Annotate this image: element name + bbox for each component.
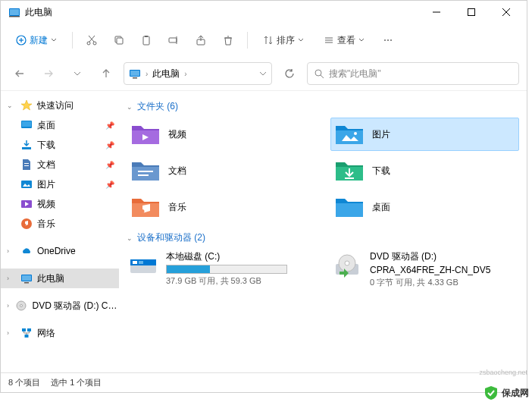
section-title: 设备和驱动器 (2)	[137, 231, 205, 244]
search-input[interactable]: 搜索"此电脑"	[307, 62, 519, 85]
copy-icon	[113, 34, 125, 46]
sidebar-onedrive[interactable]: › OneDrive	[1, 241, 119, 261]
window-controls	[419, 1, 524, 24]
drive-d[interactable]: DVD 驱动器 (D:) CPRA_X64FRE_ZH-CN_DV5 0 字节 …	[330, 249, 519, 290]
drives-section-header[interactable]: ⌄ 设备和驱动器 (2)	[127, 231, 519, 244]
folder-videos[interactable]: 视频	[127, 118, 315, 151]
svg-rect-2	[9, 16, 20, 17]
svg-rect-50	[138, 174, 149, 176]
network-icon	[20, 327, 33, 339]
folders-section-header[interactable]: ⌄ 文件夹 (6)	[127, 100, 519, 113]
chevron-down-icon[interactable]	[259, 70, 267, 77]
sort-button[interactable]: 排序	[255, 30, 311, 51]
folder-music[interactable]: 音乐	[127, 190, 315, 224]
pin-icon: 📌	[105, 161, 114, 169]
sidebar-documents[interactable]: 文档 📌	[1, 155, 119, 174]
svg-rect-29	[133, 77, 137, 79]
download-icon	[20, 139, 33, 151]
pin-icon: 📌	[105, 141, 114, 149]
drive-name: 本地磁盘 (C:)	[166, 250, 314, 263]
svg-point-30	[315, 70, 321, 76]
search-icon	[314, 68, 324, 79]
folder-label: 下载	[372, 165, 390, 177]
view-button[interactable]: 查看	[316, 30, 372, 51]
sidebar: ⌄ 快速访问 桌面 📌 下载 📌 文档 📌 图片	[1, 91, 119, 369]
svg-point-10	[87, 42, 90, 45]
more-button[interactable]	[377, 29, 399, 52]
cloud-icon	[20, 245, 33, 257]
this-pc-icon	[20, 272, 33, 284]
sidebar-desktop[interactable]: 桌面 📌	[1, 115, 119, 135]
svg-point-24	[384, 39, 386, 41]
sidebar-network[interactable]: › 网络	[1, 323, 119, 343]
maximize-button[interactable]	[454, 1, 489, 24]
folder-pictures[interactable]: 图片	[330, 118, 519, 151]
share-button[interactable]	[189, 29, 212, 52]
sidebar-label: 视频	[37, 198, 55, 211]
sidebar-downloads[interactable]: 下载 📌	[1, 135, 119, 155]
cut-button[interactable]	[80, 29, 103, 52]
svg-rect-45	[22, 328, 26, 331]
svg-rect-42	[24, 282, 29, 284]
pictures-folder-icon	[334, 121, 365, 147]
paste-button[interactable]	[135, 29, 158, 52]
sidebar-label: 快速访问	[37, 99, 74, 112]
folder-label: 视频	[168, 128, 186, 141]
drive-name-line1: DVD 驱动器 (D:)	[370, 250, 518, 263]
sidebar-label: 音乐	[37, 218, 55, 231]
music-icon	[20, 218, 33, 230]
sidebar-label: 桌面	[37, 119, 55, 132]
desktop-icon	[20, 119, 33, 131]
folder-documents[interactable]: 文档	[127, 154, 315, 187]
drive-c[interactable]: 本地磁盘 (C:) 37.9 GB 可用, 共 59.3 GB	[127, 249, 315, 290]
refresh-button[interactable]	[278, 62, 301, 85]
new-button[interactable]: 新建	[8, 30, 64, 51]
pin-icon: 📌	[105, 121, 114, 130]
rename-button[interactable]	[162, 29, 185, 52]
sidebar-this-pc[interactable]: › 此电脑	[1, 269, 119, 288]
chevron-down-icon	[51, 37, 57, 43]
close-button[interactable]	[489, 1, 524, 24]
window-title: 此电脑	[25, 6, 419, 19]
copy-button[interactable]	[108, 29, 130, 52]
cut-icon	[86, 34, 98, 46]
drive-status: 37.9 GB 可用, 共 59.3 GB	[166, 275, 314, 287]
toolbar: 新建 排序 查看	[1, 24, 527, 57]
watermark-url: zsbaocheng.net	[479, 369, 527, 376]
search-placeholder: 搜索"此电脑"	[329, 68, 381, 80]
sidebar-videos[interactable]: 视频	[1, 194, 119, 214]
breadcrumb-location[interactable]: 此电脑	[152, 68, 180, 80]
folder-downloads[interactable]: 下载	[330, 154, 519, 187]
delete-button[interactable]	[217, 29, 239, 52]
sidebar-label: 图片	[37, 178, 55, 191]
folder-desktop[interactable]: 桌面	[330, 190, 519, 224]
chevron-down-icon	[358, 37, 365, 43]
sidebar-quick-access[interactable]: ⌄ 快速访问	[1, 96, 119, 115]
back-button[interactable]	[8, 62, 31, 85]
up-button[interactable]	[95, 62, 117, 85]
svg-rect-28	[130, 71, 139, 76]
drive-status: 0 字节 可用, 共 4.33 GB	[370, 277, 518, 288]
explorer-window: 此电脑 新建 排序 查看	[0, 0, 527, 393]
status-selected-count: 选中 1 个项目	[51, 377, 102, 388]
documents-folder-icon	[130, 158, 161, 184]
arrow-right-icon	[43, 68, 54, 79]
chevron-right-icon: ›	[7, 302, 11, 309]
minimize-button[interactable]	[419, 1, 454, 24]
svg-rect-55	[139, 261, 143, 264]
app-icon	[8, 6, 20, 18]
forward-button[interactable]	[37, 62, 60, 85]
svg-point-25	[387, 39, 389, 41]
video-icon	[20, 198, 33, 210]
address-bar[interactable]: › 此电脑 ›	[124, 62, 272, 85]
sidebar-music[interactable]: 音乐	[1, 214, 119, 234]
recent-button[interactable]	[66, 62, 89, 85]
svg-rect-46	[27, 328, 31, 331]
svg-line-12	[89, 36, 95, 42]
sidebar-label: 文档	[37, 159, 55, 171]
star-icon	[20, 99, 33, 111]
sidebar-pictures[interactable]: 图片 📌	[1, 174, 119, 194]
videos-folder-icon	[130, 121, 161, 147]
sidebar-dvd[interactable]: › DVD 驱动器 (D:) CPRA_X64FRE_ZH-CN_DV5	[1, 296, 119, 316]
drive-usage-bar	[166, 265, 287, 274]
